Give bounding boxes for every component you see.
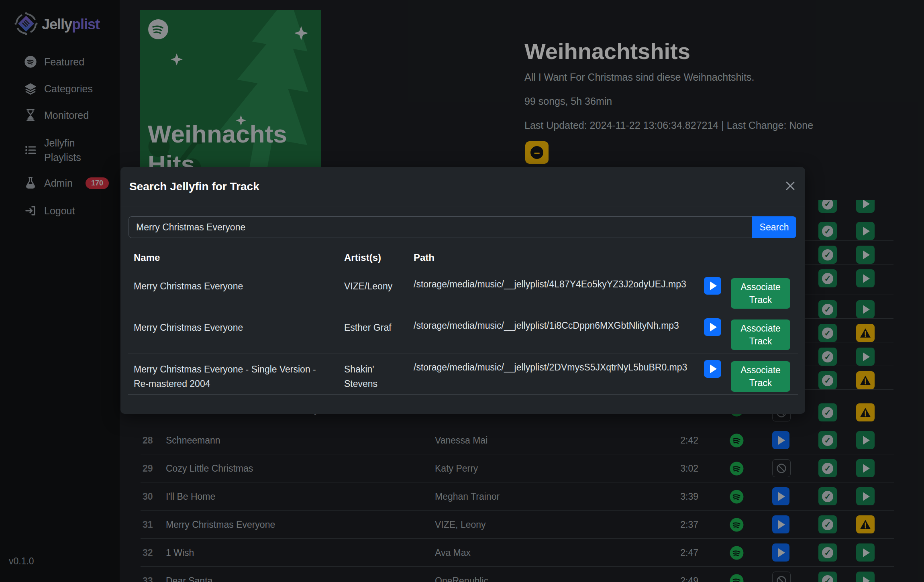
result-artist: Esther Graf [344,320,404,335]
app-screen: Jellyplist Featured Categories Monitored [0,0,924,582]
result-artist: VIZE/Leony [344,279,404,293]
search-jellyfin-modal: Search Jellyfin for Track Search Name Ar… [120,167,805,414]
search-button[interactable]: Search [752,216,796,238]
result-name: Merry Christmas Everyone - Single Versio… [134,362,326,391]
track-search-input[interactable] [129,216,752,238]
result-artist: Shakin' Stevens [344,362,404,391]
preview-play-button[interactable] [704,318,721,336]
play-icon [710,281,717,290]
result-path: /storage/media/music/__jellyplist/1i8CcD… [414,320,679,331]
table-divider [128,270,798,270]
play-icon [710,364,717,373]
result-path: /storage/media/music/__jellyplist/4L87Y4… [414,279,686,290]
preview-play-button[interactable] [704,360,721,378]
table-divider [128,394,798,395]
modal-header-divider [120,206,805,206]
associate-track-button[interactable]: Associate Track [731,278,790,309]
result-path: /storage/media/music/__jellyplist/2DVmys… [414,362,687,373]
table-divider [128,354,798,354]
table-divider [128,312,798,312]
result-name: Merry Christmas Everyone [134,320,326,335]
result-name: Merry Christmas Everyone [134,279,326,293]
column-header-name: Name [134,252,160,263]
associate-track-button[interactable]: Associate Track [731,361,790,392]
column-header-path: Path [414,252,434,263]
play-icon [710,323,717,332]
associate-track-button[interactable]: Associate Track [731,319,790,350]
close-icon[interactable] [784,180,796,192]
column-header-artist: Artist(s) [344,252,381,263]
modal-title: Search Jellyfin for Track [129,180,259,193]
preview-play-button[interactable] [704,277,721,295]
